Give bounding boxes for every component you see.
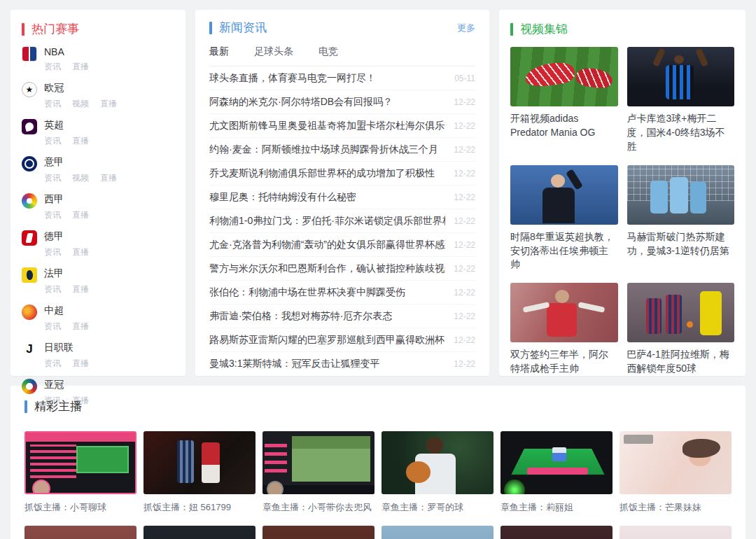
league-link-ligue1[interactable]: 法甲: [44, 267, 174, 280]
league-sublink-live[interactable]: 直播: [100, 98, 117, 110]
league-sublink-video[interactable]: 视频: [72, 98, 89, 110]
video-item[interactable]: 卢卡库造3球+梅开二度，国米4-0终结3场不胜: [627, 47, 735, 154]
league-sublink-live[interactable]: 直播: [100, 172, 117, 184]
league-sublink-news[interactable]: 资讯: [44, 284, 61, 295]
news-row[interactable]: 张伯伦：利物浦中场在世界杯决赛中脚踝受伤12-22: [209, 281, 475, 304]
league-sublink-news[interactable]: 资讯: [44, 246, 61, 258]
anchor-item[interactable]: 抓饭主播：小哥聊球: [24, 431, 136, 514]
video-caption: 双方签约三年半，阿尔特塔成枪手主帅: [510, 348, 618, 376]
news-item-date: 05-11: [454, 74, 475, 83]
anchor-item[interactable]: 抓饭主播：芒果妹妹: [620, 431, 732, 514]
anchor-item[interactable]: 抓饭主播：妞 561799: [144, 431, 255, 514]
league-sublink-news[interactable]: 资讯: [44, 321, 61, 332]
league-link-csl[interactable]: 中超: [44, 304, 174, 317]
video-caption: 马赫雷斯破门热苏斯建功，曼城3-1逆转仍居第: [627, 230, 735, 258]
anchor-row: 抓饭主播：小哥聊球 抓饭主播：妞 561799 章鱼主播：小哥带你去兜风 章鱼主…: [24, 431, 732, 514]
stream-thumbnail[interactable]: [144, 526, 255, 539]
stream-thumbnail-game-pitch[interactable]: [500, 431, 612, 494]
stream-thumbnail[interactable]: [24, 526, 136, 539]
stream-thumbnail[interactable]: [620, 526, 732, 539]
tab-esports[interactable]: 电竞: [318, 46, 338, 58]
anchor-item[interactable]: 章鱼主播：小哥带你去兜风: [262, 431, 374, 514]
news-row[interactable]: 约翰·麦金：阿斯顿维拉中场球员脚踝骨折休战三个月12-22: [209, 138, 475, 162]
serie-a-logo-icon: [22, 156, 37, 172]
news-row[interactable]: 警方与米尔沃尔和巴恩斯利合作，确认被指控种族歧视的...12-22: [209, 257, 475, 281]
news-row[interactable]: 乔戈麦斯说利物浦俱乐部世界杯的成功增加了积极性12-22: [209, 162, 475, 186]
news-row[interactable]: 穆里尼奥：托特纳姆没有什么秘密12-22: [209, 186, 475, 209]
news-row[interactable]: 阿森纳的米克尔·阿尔特塔DB会有回报吗？12-22: [209, 90, 475, 114]
news-row[interactable]: 路易斯苏亚雷斯闪耀的巴塞罗那巡航到西甲赢得欧洲杯12-22: [209, 328, 475, 352]
stream-thumbnail-girl[interactable]: [620, 431, 732, 494]
stream-thumbnail[interactable]: [382, 526, 493, 539]
video-thumbnail-ancelotti[interactable]: [510, 165, 618, 225]
anchor-item[interactable]: 章鱼主播：罗哥的球: [382, 431, 493, 514]
video-thumbnail-boots[interactable]: [510, 47, 618, 106]
league-sublink-live[interactable]: 直播: [72, 61, 89, 73]
league-sublink-live[interactable]: 直播: [72, 284, 89, 295]
jleague-logo-icon: [22, 342, 37, 357]
thumbnail-art: [650, 181, 668, 214]
news-more-link[interactable]: 更多: [457, 22, 475, 34]
league-sublink-news[interactable]: 资讯: [44, 98, 61, 110]
league-body: 法甲 资讯 直播: [44, 267, 174, 295]
video-item[interactable]: 巴萨4-1胜阿拉维斯，梅西解锁年度50球: [627, 283, 735, 376]
league-sublink-video[interactable]: 视频: [72, 172, 89, 184]
video-item[interactable]: 开箱视频adidas Predator Mania OG: [510, 47, 618, 154]
league-link-epl[interactable]: 英超: [44, 119, 174, 132]
hot-events-card: 热门赛事 NBA 资讯 直播 欧冠: [10, 10, 186, 376]
league-sublink-live[interactable]: 直播: [72, 209, 89, 221]
league-list: NBA 资讯 直播 欧冠 资讯 视频 直播: [22, 46, 174, 407]
league-link-laliga[interactable]: 西甲: [44, 193, 174, 206]
league-link-seriea[interactable]: 意甲: [44, 156, 174, 169]
tab-football-headlines[interactable]: 足球头条: [254, 46, 293, 58]
league-link-nba[interactable]: NBA: [44, 46, 174, 57]
league-sublink-news[interactable]: 资讯: [44, 135, 61, 147]
stream-thumbnail-match[interactable]: [144, 431, 255, 494]
league-sublink-live[interactable]: 直播: [72, 321, 89, 332]
thumbnail-art: [426, 438, 443, 454]
video-thumbnail-arteta[interactable]: [510, 283, 618, 342]
league-link-jleague[interactable]: 日职联: [44, 342, 174, 354]
news-row[interactable]: 利物浦1-0弗拉门戈：罗伯托·菲尔米诺锁定俱乐部世界杯...12-22: [209, 209, 475, 233]
video-item[interactable]: 马赫雷斯破门热苏斯建功，曼城3-1逆转仍居第: [627, 165, 735, 272]
league-sublink-live[interactable]: 直播: [72, 358, 89, 370]
league-link-bundesliga[interactable]: 德甲: [44, 230, 174, 243]
news-row[interactable]: 球头条直播，体育赛马电竞一网打尽！05-11: [209, 66, 475, 90]
video-thumbnail-lukaku[interactable]: [627, 47, 735, 106]
league-body: 日职联 资讯 直播: [44, 342, 174, 370]
stream-thumbnail[interactable]: [262, 526, 374, 539]
stream-thumbnail[interactable]: [500, 526, 612, 539]
news-item-date: 12-22: [454, 145, 475, 155]
video-thumbnail-mancity[interactable]: [627, 165, 735, 225]
thumbnail-art: [26, 433, 135, 442]
anchor-caption: 抓饭主播：小哥聊球: [24, 501, 136, 514]
news-row[interactable]: 尤文图斯前锋马里奥曼祖基奇将加盟卡塔尔杜海尔俱乐部12-22: [209, 114, 475, 138]
league-link-acl[interactable]: 亚冠: [44, 379, 174, 391]
news-row[interactable]: 弗雷迪·荣伯格：我想对梅苏特·厄齐尔表态12-22: [209, 304, 475, 328]
league-sublink-live[interactable]: 直播: [72, 135, 89, 147]
stream-thumbnail-football-chat[interactable]: [24, 431, 136, 494]
league-sublink-news[interactable]: 资讯: [44, 209, 61, 221]
league-sublink-news[interactable]: 资讯: [44, 358, 61, 370]
anchor-row-2-partial: [24, 526, 732, 539]
blue-accent-bar: [24, 400, 27, 413]
anchor-item[interactable]: 章鱼主播：莉丽姐: [500, 431, 612, 514]
thumbnail-art: [524, 60, 576, 88]
video-item[interactable]: 时隔8年重返英超执教，安切洛蒂出任埃弗顿主帅: [510, 165, 618, 272]
video-thumbnail-barca[interactable]: [627, 283, 735, 342]
league-sublink-news[interactable]: 资讯: [44, 61, 61, 73]
league-sublink-live[interactable]: 直播: [72, 246, 89, 258]
stream-thumbnail-pitch-video[interactable]: [262, 431, 374, 494]
news-item-title: 利物浦1-0弗拉门戈：罗伯托·菲尔米诺锁定俱乐部世界杯...: [209, 214, 445, 228]
league-item-epl: 英超 资讯 直播: [22, 119, 174, 147]
sports-portal-page: 热门赛事 NBA 资讯 直播 欧冠: [0, 0, 756, 539]
video-item[interactable]: 双方签约三年半，阿尔特塔成枪手主帅: [510, 283, 618, 376]
league-sublinks: 资讯 直播: [44, 358, 174, 370]
league-sublink-news[interactable]: 资讯: [44, 172, 61, 184]
tab-latest[interactable]: 最新: [209, 46, 229, 58]
league-link-ucl[interactable]: 欧冠: [44, 82, 174, 94]
news-row[interactable]: 尤金·克洛普为利物浦“轰动”的处女俱乐部赢得世界杯感到...12-22: [209, 233, 475, 257]
news-item-title: 约翰·麦金：阿斯顿维拉中场球员脚踝骨折休战三个月: [209, 142, 438, 157]
stream-thumbnail-basketball[interactable]: [382, 431, 493, 494]
news-row[interactable]: 曼城3:1莱斯特城：冠军反击让狐狸变平12-22: [209, 352, 475, 375]
